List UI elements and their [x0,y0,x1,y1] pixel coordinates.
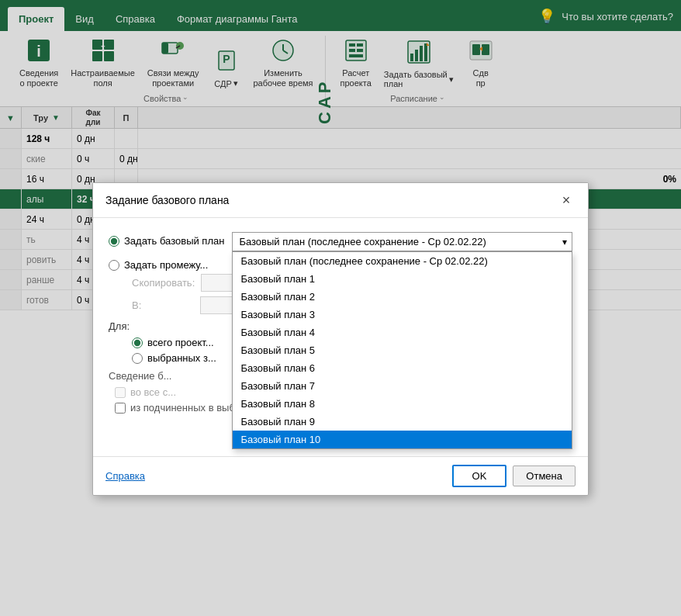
dropdown-wrapper: Базовый план (последнее сохранение - Ср … [232,232,572,251]
dropdown-option-6[interactable]: Базовый план 6 [233,359,572,377]
radio-set-baseline-label[interactable]: Задать базовый план [109,230,224,247]
dropdown-option-9[interactable]: Базовый план 9 [233,413,572,431]
dropdown-option-8[interactable]: Базовый план 8 [233,395,572,413]
dialog: Задание базового плана × Задать базовый … [92,182,589,496]
to-label: В: [132,299,194,311]
radio-set-interim-label[interactable]: Задать промежу... [109,259,208,271]
dropdown-arrow-icon: ▾ [562,237,567,247]
dropdown-selected-text: Базовый план (последнее сохранение - Ср … [239,236,486,247]
dialog-footer: Справка OK Отмена [93,456,588,495]
checkbox-all-label: во все с... [130,386,176,398]
checkbox-subordinate-input[interactable] [115,403,126,414]
dialog-title-text: Задание базового плана [105,194,229,206]
checkbox-all-input[interactable] [115,387,126,398]
dropdown-option-2[interactable]: Базовый план 2 [233,288,572,306]
dropdown-option-5[interactable]: Базовый план 5 [233,341,572,359]
dialog-titlebar: Задание базового плана × [93,183,588,218]
btn-ok[interactable]: OK [452,465,507,487]
dropdown-list: Базовый план (последнее сохранение - Ср … [232,251,572,449]
radio-selected-text: выбранных з... [147,352,216,364]
radio-set-baseline-row: Задать базовый план Базовый план (послед… [109,230,572,251]
dialog-close-button[interactable]: × [557,191,576,209]
btn-cancel[interactable]: Отмена [513,465,576,486]
dropdown-option-3[interactable]: Базовый план 3 [233,306,572,324]
dropdown-option-4[interactable]: Базовый план 4 [233,324,572,341]
dropdown-option-10[interactable]: Базовый план 10 [233,431,572,448]
dropdown-option-0[interactable]: Базовый план (последнее сохранение - Ср … [233,252,572,270]
btn-help[interactable]: Справка [105,467,145,485]
radio-interim-text: Задать промежу... [124,259,208,271]
radio-whole-project-input[interactable] [132,337,143,348]
radio-set-baseline-input[interactable] [109,236,119,247]
copy-label: Скопировать: [132,277,195,289]
for-label: Для: [109,320,138,332]
dropdown-option-7[interactable]: Базовый план 7 [233,377,572,395]
radio-whole-text: всего проект... [147,337,214,348]
dropdown-selected[interactable]: Базовый план (последнее сохранение - Ср … [232,232,572,251]
dialog-body: Задать базовый план Базовый план (послед… [93,218,588,456]
radio-interim-input[interactable] [109,260,119,271]
radio-selected-tasks-input[interactable] [132,353,143,364]
dialog-overlay: Задание базового плана × Задать базовый … [0,0,681,616]
radio-set-baseline-text: Задать базовый план [124,235,224,247]
dropdown-option-1[interactable]: Базовый план 1 [233,270,572,288]
